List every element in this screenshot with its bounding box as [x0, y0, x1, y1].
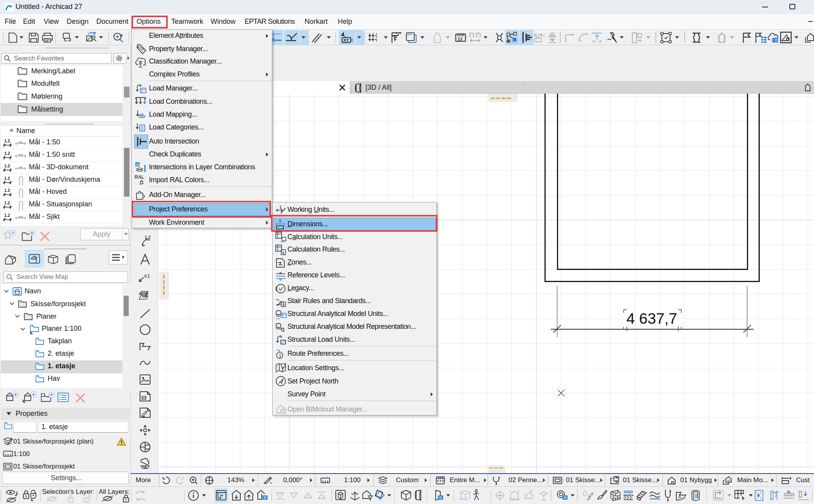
- svg-text:1.2: 1.2: [4, 151, 10, 156]
- svg-text:XY: XY: [343, 38, 349, 43]
- svg-text:A1: A1: [144, 273, 150, 279]
- svg-text:1.2: 1.2: [4, 138, 10, 143]
- svg-text:1.2: 1.2: [4, 163, 10, 168]
- svg-text:A1: A1: [540, 33, 545, 37]
- svg-text:on: on: [727, 479, 731, 482]
- svg-text:12: 12: [458, 37, 463, 41]
- svg-text:1.2: 1.2: [4, 188, 10, 193]
- svg-text:1.2: 1.2: [4, 213, 10, 218]
- svg-text:§: §: [282, 302, 285, 307]
- svg-text:RAL: RAL: [135, 174, 144, 180]
- svg-text:1.2: 1.2: [4, 201, 10, 205]
- svg-text:1.2: 1.2: [4, 176, 10, 181]
- svg-text:§: §: [282, 251, 284, 255]
- svg-text:1.2: 1.2: [145, 235, 151, 240]
- svg-text:1: 1: [279, 353, 282, 358]
- svg-text:1: 1: [279, 205, 282, 209]
